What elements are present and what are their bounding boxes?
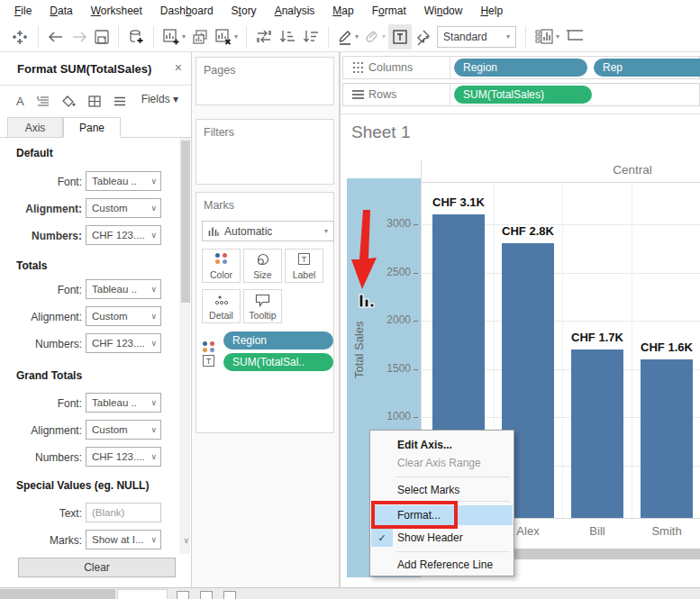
- special-marks-dropdown[interactable]: Show at I...∨: [86, 530, 161, 549]
- y-tick-mark: [414, 417, 418, 418]
- alignment-format-icon[interactable]: [37, 95, 50, 106]
- default-font-dropdown[interactable]: Tableau ..∨: [86, 171, 161, 191]
- bar-mark[interactable]: [571, 349, 623, 518]
- menu-worksheet[interactable]: Worksheet: [82, 2, 151, 20]
- menu-format[interactable]: Format: [363, 2, 415, 20]
- new-data-source-button[interactable]: [124, 24, 148, 50]
- filters-card[interactable]: Filters: [195, 119, 334, 185]
- tab-pane[interactable]: Pane: [63, 117, 121, 138]
- totals-font-dropdown[interactable]: Tableau ..∨: [86, 279, 161, 299]
- divider: [450, 84, 450, 105]
- format-panel-header: Format SUM(TotalSales) ×: [0, 52, 191, 86]
- menu-story[interactable]: Story: [223, 2, 266, 20]
- chevron-down-icon: ▾: [324, 227, 328, 235]
- size-button[interactable]: Size: [243, 249, 282, 283]
- new-dashboard-tab-button[interactable]: [200, 591, 213, 599]
- show-me-button[interactable]: ▾: [532, 24, 562, 50]
- columns-pill-region[interactable]: Region: [454, 59, 587, 77]
- color-button[interactable]: Color: [202, 249, 241, 283]
- show-mark-labels-button[interactable]: [388, 24, 412, 50]
- x-axis-label[interactable]: Bill: [566, 524, 629, 538]
- lines-format-icon[interactable]: [114, 96, 126, 106]
- new-worksheet-tab-button[interactable]: [177, 591, 189, 599]
- tab-axis[interactable]: Axis: [7, 117, 63, 138]
- y-tick-mark: [414, 273, 418, 274]
- fix-axes-pin-icon[interactable]: [412, 24, 433, 50]
- marks-pill-region[interactable]: Region: [223, 331, 333, 349]
- mark-type-dropdown[interactable]: Automatic ▾: [202, 221, 334, 241]
- view-mode-value: Standard: [443, 31, 487, 43]
- menu-analysis[interactable]: Analysis: [266, 2, 324, 20]
- sort-descending-button[interactable]: [299, 24, 323, 50]
- format-panel: Format SUM(TotalSales) × A Fields ▾ Axis…: [0, 52, 192, 587]
- shading-format-icon[interactable]: [62, 95, 76, 107]
- bar-mark[interactable]: [641, 359, 693, 518]
- chevron-down-icon: ∨: [150, 285, 157, 294]
- totals-alignment-dropdown[interactable]: Custom∨: [86, 306, 161, 326]
- menu-dashboard[interactable]: Dashboard: [151, 2, 223, 20]
- rows-shelf[interactable]: Rows SUM(TotalSales): [342, 83, 700, 106]
- rows-pill-sum-totalsales[interactable]: SUM(TotalSales): [454, 86, 592, 104]
- menu-help[interactable]: Help: [471, 2, 512, 20]
- borders-format-icon[interactable]: [88, 95, 101, 107]
- toolbar: ▾ ▾ ▾ ▾: [0, 22, 700, 52]
- menu-item-show-header[interactable]: Show Header: [371, 529, 513, 547]
- save-button[interactable]: [91, 24, 113, 50]
- view-mode-dropdown[interactable]: Standard ▾: [437, 26, 516, 48]
- fields-dropdown[interactable]: Fields ▾: [141, 93, 178, 105]
- grand-totals-alignment-dropdown[interactable]: Custom∨: [86, 420, 161, 440]
- menu-item-select-marks[interactable]: Select Marks: [371, 481, 513, 499]
- close-icon[interactable]: ×: [175, 60, 182, 75]
- chevron-down-icon[interactable]: ▾: [355, 32, 359, 41]
- default-alignment-dropdown[interactable]: Custom∨: [86, 198, 161, 218]
- sort-ascending-button[interactable]: [276, 24, 299, 50]
- duplicate-sheet-button[interactable]: [188, 24, 212, 50]
- group-members-button[interactable]: ▾: [361, 24, 388, 50]
- menu-item-add-reference-line[interactable]: Add Reference Line: [371, 556, 513, 574]
- clear-button[interactable]: Clear: [18, 558, 176, 577]
- label-button[interactable]: T Label: [285, 249, 323, 283]
- font-format-icon[interactable]: A: [16, 95, 24, 108]
- menu-item-clear-axis-range: Clear Axis Range: [371, 454, 513, 472]
- y-axis-title[interactable]: Total Sales: [352, 297, 368, 402]
- chevron-down-icon[interactable]: ▾: [182, 32, 186, 41]
- format-tabs: Axis Pane: [0, 117, 191, 138]
- totals-numbers-dropdown[interactable]: CHF 123....∨: [86, 333, 161, 353]
- default-numbers-dropdown[interactable]: CHF 123....∨: [86, 225, 161, 245]
- undo-button[interactable]: [44, 24, 68, 50]
- columns-shelf[interactable]: Columns Region Rep: [342, 56, 700, 79]
- special-text-input[interactable]: (Blank): [86, 503, 161, 522]
- columns-pill-rep[interactable]: Rep: [594, 59, 700, 77]
- redo-button[interactable]: [68, 24, 91, 50]
- data-source-tab[interactable]: [0, 589, 115, 599]
- chevron-down-icon[interactable]: ▾: [234, 32, 238, 41]
- swap-rows-columns-button[interactable]: [252, 24, 276, 50]
- tableau-logo-icon[interactable]: [7, 24, 32, 50]
- clear-sheet-button[interactable]: ▾: [212, 24, 241, 50]
- column-header-central[interactable]: Central: [577, 163, 688, 177]
- tooltip-button[interactable]: Tooltip: [243, 289, 282, 323]
- highlight-button[interactable]: ▾: [334, 24, 361, 50]
- chevron-down-icon[interactable]: ▾: [556, 32, 559, 41]
- x-axis-label[interactable]: Smith: [635, 524, 698, 538]
- marks-pill-sum-totalsales[interactable]: SUM(TotalSal..: [223, 353, 333, 371]
- active-sheet-tab[interactable]: [117, 589, 168, 599]
- menu-item-edit-axis[interactable]: Edit Axis...: [371, 436, 513, 454]
- scrollbar-down-arrow[interactable]: ∨: [183, 536, 189, 545]
- chevron-down-icon: ∨: [150, 177, 157, 186]
- scrollbar-thumb[interactable]: [181, 141, 190, 303]
- menu-window[interactable]: Window: [415, 2, 472, 20]
- detail-button[interactable]: Detail: [202, 289, 241, 323]
- bar-value-label: CHF 3.1K: [427, 195, 490, 209]
- new-story-tab-button[interactable]: [223, 591, 236, 599]
- y-tick-mark: [414, 321, 418, 322]
- presentation-mode-button[interactable]: [562, 24, 587, 50]
- menu-file[interactable]: File: [5, 2, 41, 20]
- grand-totals-font-dropdown[interactable]: Tableau ..∨: [86, 393, 161, 413]
- pages-card[interactable]: Pages: [195, 57, 334, 105]
- menu-data[interactable]: Data: [41, 2, 81, 20]
- totals-alignment-label: Alignment:: [0, 311, 82, 323]
- new-worksheet-button[interactable]: ▾: [159, 24, 188, 50]
- menu-map[interactable]: Map: [323, 2, 362, 20]
- grand-totals-numbers-dropdown[interactable]: CHF 123....∨: [86, 447, 161, 467]
